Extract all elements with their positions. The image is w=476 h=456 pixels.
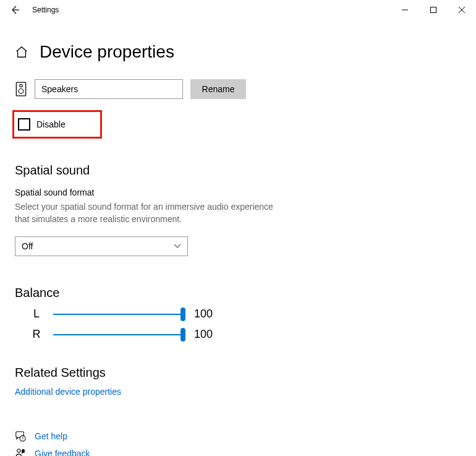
spatial-format-dropdown[interactable]: Off	[15, 236, 188, 256]
balance-right-label: R	[27, 328, 46, 341]
slider-thumb[interactable]	[181, 328, 185, 342]
balance-right-value: 100	[194, 328, 213, 341]
maximize-icon	[430, 7, 436, 13]
balance-left-slider[interactable]	[53, 314, 183, 315]
minimize-icon	[402, 7, 408, 13]
page-title: Device properties	[40, 42, 174, 62]
disable-checkbox[interactable]	[18, 118, 30, 131]
svg-rect-1	[431, 7, 436, 13]
home-icon[interactable]	[15, 45, 28, 59]
close-button[interactable]	[448, 0, 476, 20]
spatial-sound-title: Spatial sound	[15, 163, 461, 178]
window-title: Settings	[32, 6, 59, 14]
feedback-icon	[15, 448, 26, 456]
arrow-left-icon	[10, 5, 20, 15]
balance-right-slider[interactable]	[53, 334, 183, 335]
balance-left-label: L	[27, 308, 46, 320]
disable-highlight: Disable	[12, 110, 102, 139]
additional-properties-link[interactable]: Additional device properties	[15, 387, 121, 397]
back-button[interactable]	[5, 0, 25, 20]
disable-label: Disable	[36, 119, 66, 129]
balance-title: Balance	[15, 286, 461, 300]
spatial-description: Select your spatial sound format for an …	[15, 201, 274, 225]
minimize-button[interactable]	[391, 0, 419, 20]
get-help-link[interactable]: Get help	[35, 431, 67, 441]
maximize-button[interactable]	[419, 0, 448, 20]
spatial-format-label: Spatial sound format	[15, 187, 461, 197]
slider-thumb[interactable]	[181, 308, 185, 321]
balance-left-value: 100	[194, 308, 213, 320]
chat-icon: ?	[15, 431, 26, 442]
svg-point-6	[19, 88, 23, 93]
spatial-selected-value: Off	[22, 241, 33, 251]
svg-point-9	[17, 449, 20, 452]
related-settings-title: Related Settings	[15, 366, 461, 380]
device-name-input[interactable]	[35, 79, 183, 99]
chevron-down-icon	[174, 244, 181, 249]
speaker-icon	[15, 82, 27, 97]
rename-button[interactable]: Rename	[190, 79, 246, 99]
svg-point-5	[20, 84, 22, 87]
give-feedback-link[interactable]: Give feedback	[35, 449, 90, 456]
close-icon	[459, 7, 465, 13]
svg-text:?: ?	[22, 436, 24, 441]
